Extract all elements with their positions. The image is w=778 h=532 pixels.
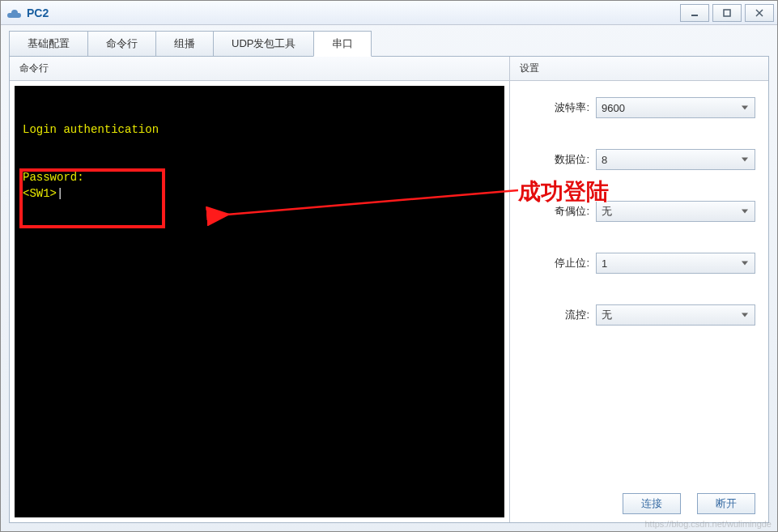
connect-button[interactable]: 连接 bbox=[623, 493, 681, 514]
left-pane: 命令行 Login authentication Password: <SW1>… bbox=[10, 57, 509, 522]
dropdown-stop-bits[interactable]: 1 bbox=[596, 253, 755, 274]
terminal-tab-label: 命令行 bbox=[10, 57, 509, 81]
content-area: 命令行 Login authentication Password: <SW1>… bbox=[9, 56, 769, 523]
window-title: PC2 bbox=[27, 6, 49, 19]
window-controls bbox=[680, 4, 774, 22]
terminal[interactable]: Login authentication Password: <SW1>| bbox=[15, 86, 504, 517]
dropdown-parity[interactable]: 无 bbox=[596, 201, 755, 222]
svg-rect-1 bbox=[724, 10, 730, 16]
close-button[interactable] bbox=[745, 4, 774, 22]
terminal-line-auth: Login authentication bbox=[15, 122, 504, 138]
app-window: PC2 基础配置 命令行 组播 UDP发包工具 串口 命令行 Login aut… bbox=[0, 0, 778, 532]
dropdown-flow-control[interactable]: 无 bbox=[596, 304, 755, 326]
minimize-button[interactable] bbox=[680, 4, 709, 22]
tab-multicast[interactable]: 组播 bbox=[155, 31, 214, 57]
field-parity: 奇偶位: 无 bbox=[523, 201, 755, 222]
dropdown-baud[interactable]: 9600 bbox=[596, 97, 755, 118]
tab-command-line[interactable]: 命令行 bbox=[87, 31, 156, 57]
settings-header: 设置 bbox=[510, 57, 768, 81]
titlebar: PC2 bbox=[1, 1, 777, 25]
settings-pane: 设置 波特率: 9600 数据位: 8 奇偶位: 无 停止位: 1 bbox=[509, 57, 768, 522]
settings-body: 波特率: 9600 数据位: 8 奇偶位: 无 停止位: 1 流控: 无 bbox=[510, 81, 768, 488]
label-baud: 波特率: bbox=[523, 100, 596, 115]
terminal-line-prompt: <SW1>| bbox=[15, 186, 504, 202]
label-flow-control: 流控: bbox=[523, 308, 596, 322]
tab-basic-config[interactable]: 基础配置 bbox=[9, 31, 88, 57]
terminal-line-password: Password: bbox=[15, 170, 504, 186]
label-stop-bits: 停止位: bbox=[523, 256, 596, 270]
settings-buttons: 连接 断开 bbox=[510, 488, 768, 522]
field-baud: 波特率: 9600 bbox=[523, 97, 755, 118]
label-parity: 奇偶位: bbox=[523, 204, 596, 219]
field-stop-bits: 停止位: 1 bbox=[523, 253, 755, 274]
dropdown-data-bits[interactable]: 8 bbox=[596, 149, 755, 170]
field-data-bits: 数据位: 8 bbox=[523, 149, 755, 170]
main-tabs: 基础配置 命令行 组播 UDP发包工具 串口 bbox=[1, 25, 777, 56]
disconnect-button[interactable]: 断开 bbox=[697, 493, 755, 514]
app-icon bbox=[7, 6, 22, 20]
tab-serial[interactable]: 串口 bbox=[313, 31, 372, 57]
maximize-button[interactable] bbox=[712, 4, 742, 22]
tab-udp-tool[interactable]: UDP发包工具 bbox=[213, 31, 314, 57]
label-data-bits: 数据位: bbox=[523, 152, 596, 167]
field-flow-control: 流控: 无 bbox=[523, 304, 755, 326]
